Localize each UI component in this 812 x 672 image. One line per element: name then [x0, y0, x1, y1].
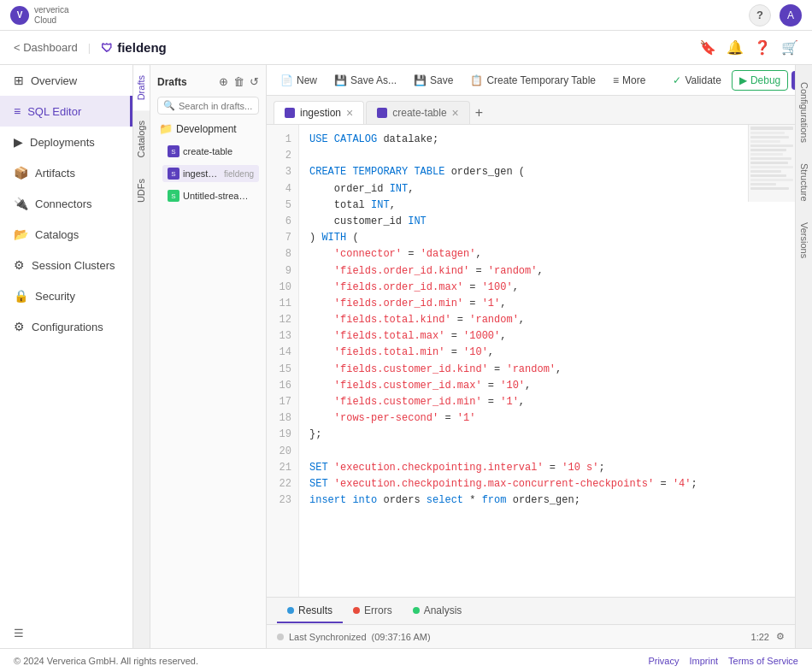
hamburger-icon[interactable]: ☰: [14, 627, 24, 640]
help-icon[interactable]: ?: [749, 4, 771, 27]
notification-icon[interactable]: 🔔: [727, 39, 744, 56]
tab-create-table-close[interactable]: ×: [452, 107, 459, 119]
sidebar-item-security[interactable]: 🔒 Security: [0, 280, 132, 311]
tab-create-table[interactable]: create-table ×: [366, 101, 470, 124]
settings-icon[interactable]: ⚙: [776, 631, 785, 642]
terms-link[interactable]: Terms of Service: [728, 656, 798, 666]
right-tab-structure[interactable]: Structure: [796, 153, 813, 212]
tab-catalogs-side[interactable]: Catalogs: [133, 110, 150, 168]
draft-item-ingestion[interactable]: S ingestion fieldeng: [162, 165, 259, 182]
privacy-link[interactable]: Privacy: [648, 656, 679, 666]
svg-rect-9: [750, 166, 793, 168]
logo-text: ververica Cloud: [34, 5, 69, 26]
catalogs-icon: 📂: [14, 227, 28, 241]
drafts-add-icon[interactable]: ⊕: [219, 75, 228, 88]
folder-name: Development: [176, 123, 237, 135]
draft-item-untitled-stream[interactable]: S Untitled-stream-...: [162, 187, 259, 204]
app-bar-right: 🔖 🔔 ❓ 🛒: [699, 39, 798, 56]
svg-rect-11: [750, 174, 786, 177]
bottom-tab-errors[interactable]: Errors: [343, 599, 403, 623]
sidebar-item-catalogs[interactable]: 📂 Catalogs: [0, 219, 132, 250]
svg-rect-6: [750, 153, 783, 156]
svg-rect-14: [750, 187, 789, 190]
sidebar-item-deployments[interactable]: ▶ Deployments: [0, 127, 132, 157]
svg-rect-2: [750, 136, 789, 139]
drafts-search-box[interactable]: 🔍: [157, 97, 259, 115]
status-right: 1:22 ⚙: [751, 631, 785, 642]
draft-icon-create-table: S: [168, 145, 179, 157]
dashboard-link[interactable]: < Dashboard: [14, 41, 78, 54]
sidebar-item-sql-editor[interactable]: ≡ SQL Editor: [0, 96, 132, 127]
artifacts-icon: 📦: [14, 166, 28, 180]
right-tab-configurations[interactable]: Configurations: [796, 72, 813, 153]
sidebar-item-overview[interactable]: ⊞ Overview: [0, 65, 132, 96]
drafts-header: Drafts ⊕ 🗑 ↺: [157, 72, 259, 91]
search-input[interactable]: [179, 101, 256, 111]
draft-item-project: fieldeng: [224, 169, 254, 179]
copyright-text: © 2024 Ververica GmbH. All rights reserv…: [14, 656, 198, 666]
tab-add-button[interactable]: +: [472, 102, 486, 124]
save-as-button[interactable]: 💾 Save As...: [327, 71, 403, 90]
sidebar-item-connectors[interactable]: 🔌 Connectors: [0, 188, 132, 219]
tab-ingestion[interactable]: ingestion ×: [274, 101, 364, 124]
tab-udfs[interactable]: UDFs: [133, 168, 150, 213]
more-icon: ≡: [613, 74, 619, 86]
tab-ingestion-close[interactable]: ×: [346, 107, 353, 119]
results-dot: [287, 607, 294, 614]
svg-rect-12: [750, 179, 793, 181]
tab-ingestion-icon: [285, 108, 295, 118]
code-content[interactable]: USE CATALOG datalake; CREATE TEMPORARY T…: [299, 125, 795, 597]
bottom-tab-results[interactable]: Results: [277, 599, 343, 623]
sync-time: (09:37:16 AM): [372, 632, 431, 642]
sidebar-item-session-clusters[interactable]: ⚙ Session Clusters: [0, 250, 132, 280]
drafts-panel: Drafts Catalogs UDFs Drafts ⊕ 🗑 ↺ 🔍 📁 De…: [133, 65, 267, 648]
drafts-trash-icon[interactable]: 🗑: [233, 75, 244, 88]
validate-icon: ✓: [673, 74, 681, 86]
sidebar-item-configurations[interactable]: ⚙ Configurations: [0, 311, 132, 342]
status-dot: [277, 634, 284, 640]
more-button[interactable]: ≡ More: [606, 71, 652, 90]
svg-rect-3: [750, 140, 780, 143]
tab-drafts[interactable]: Drafts: [133, 65, 150, 110]
configurations-icon: ⚙: [14, 320, 25, 333]
security-icon: 🔒: [14, 289, 28, 303]
avatar-icon[interactable]: A: [780, 4, 802, 27]
draft-folder-development[interactable]: 📁 Development: [157, 120, 259, 138]
new-icon: 📄: [280, 74, 293, 86]
session-clusters-icon: ⚙: [14, 258, 25, 272]
drafts-refresh-icon[interactable]: ↺: [250, 75, 259, 88]
app-name: 🛡 fieldeng: [101, 40, 167, 55]
draft-item-label-untitled: Untitled-stream-...: [183, 191, 254, 201]
svg-rect-5: [750, 149, 786, 151]
deployments-icon: ▶: [14, 135, 23, 149]
sidebar-bottom: ☰: [0, 618, 132, 648]
editor-tabs: ingestion × create-table × +: [267, 96, 795, 125]
sidebar-item-artifacts[interactable]: 📦 Artifacts: [0, 157, 132, 188]
svg-rect-4: [750, 144, 793, 147]
bottom-tab-analysis[interactable]: Analysis: [403, 599, 473, 623]
sync-label: Last Synchronized: [289, 632, 367, 642]
errors-dot: [353, 607, 360, 614]
logo-area: V ververica Cloud: [10, 5, 69, 26]
svg-rect-13: [750, 183, 776, 186]
right-tab-versions[interactable]: Versions: [796, 212, 813, 268]
cart-icon[interactable]: 🛒: [781, 39, 798, 56]
footer: © 2024 Ververica GmbH. All rights reserv…: [0, 648, 812, 672]
validate-button[interactable]: ✓ Validate: [666, 71, 727, 90]
draft-item-create-table[interactable]: S create-table: [162, 143, 259, 160]
top-nav-left: V ververica Cloud: [10, 5, 69, 26]
help-circle-icon[interactable]: ❓: [754, 39, 771, 56]
bookmark-icon[interactable]: 🔖: [699, 39, 716, 56]
bottom-tabs: Results Errors Analysis: [267, 597, 795, 624]
top-nav-right: ? A: [749, 4, 802, 27]
imprint-link[interactable]: Imprint: [689, 656, 718, 666]
debug-button[interactable]: ▶ Debug: [732, 70, 788, 91]
create-temp-table-button[interactable]: 📋 Create Temporary Table: [463, 71, 603, 90]
drafts-title: Drafts: [157, 76, 187, 88]
save-button[interactable]: 💾 Save: [407, 71, 460, 90]
svg-rect-10: [750, 170, 781, 173]
new-button[interactable]: 📄 New: [274, 71, 324, 90]
main-layout: ⊞ Overview ≡ SQL Editor ▶ Deployments 📦 …: [0, 65, 812, 648]
svg-rect-7: [750, 157, 791, 160]
search-icon: 🔍: [163, 100, 175, 111]
